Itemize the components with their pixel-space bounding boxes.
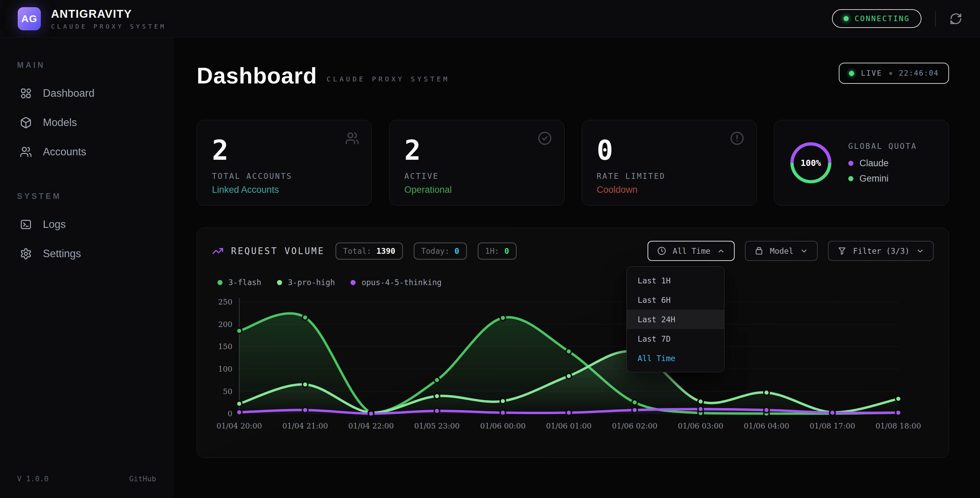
sidebar-item-dashboard[interactable]: Dashboard [12,79,161,108]
series-dot-icon [350,280,356,285]
alert-circle-icon [730,131,744,145]
stat-value: 2 [404,134,549,166]
svg-text:01/06 03:00: 01/06 03:00 [678,422,724,430]
svg-text:01/06 02:00: 01/06 02:00 [612,422,657,430]
legend-item-3-pro-high: 3-pro-high [277,278,335,287]
users-icon [20,146,32,158]
chevron-down-icon [800,247,808,255]
quota-legend-label: Claude [859,158,889,169]
svg-text:01/05 23:00: 01/05 23:00 [414,422,460,430]
chart-title: REQUEST VOLUME [231,246,325,256]
check-circle-icon [538,131,552,145]
refresh-icon [950,12,962,25]
live-dot-icon [849,71,854,76]
sidebar-section-main: MAIN [17,61,161,70]
svg-text:0: 0 [228,409,232,418]
legend-item-3-flash: 3-flash [218,278,261,287]
series-dot-icon [277,280,282,285]
chevron-down-icon [916,247,924,255]
sidebar-item-accounts[interactable]: Accounts [12,137,161,166]
legend-item-opus: opus-4-5-thinking [350,278,441,287]
dropdown-item-last-1h[interactable]: Last 1H [627,271,724,290]
filter-label: Filter (3/3) [853,247,910,255]
quota-ring: 100% [789,141,833,185]
filter-button[interactable]: Filter (3/3) [828,241,934,261]
stat-value: 2 [212,134,356,166]
svg-text:250: 250 [218,298,232,306]
status-dot-icon [843,16,849,21]
hour-badge: 1H: 0 [478,243,517,260]
stat-value: 0 [597,134,741,166]
dropdown-item-last-7d[interactable]: Last 7D [627,329,724,348]
refresh-button[interactable] [950,12,962,25]
sidebar-item-settings[interactable]: Settings [12,239,161,268]
today-badge: Today: 0 [414,243,467,260]
stat-sublabel: Operational [404,185,549,195]
badge-value: 0 [455,247,460,255]
volume-chart: 05010015020025001/04 20:0001/04 21:0001/… [212,294,934,435]
svg-text:01/08 17:00: 01/08 17:00 [810,422,855,430]
brand: AG ANTIGRAVITY CLAUDE PROXY SYSTEM [18,7,166,30]
sidebar: MAIN Dashboard Models [0,37,173,498]
total-badge: Total: 1390 [336,243,402,260]
trending-up-icon [212,245,224,257]
svg-text:200: 200 [218,320,232,329]
sidebar-item-models[interactable]: Models [12,108,161,137]
connection-status-badge: CONNECTING [832,9,921,28]
topbar: AG ANTIGRAVITY CLAUDE PROXY SYSTEM CONNE… [0,0,980,37]
stat-sublabel: Cooldown [597,185,741,195]
badge-label: Today: [421,247,450,255]
cube-icon [20,117,32,129]
stat-label: RATE LIMITED [597,172,741,180]
legend-label: opus-4-5-thinking [361,278,441,287]
sidebar-item-label: Accounts [43,146,86,158]
sidebar-section-system: SYSTEM [17,192,161,201]
users-icon [345,131,360,145]
sidebar-item-logs[interactable]: Logs [12,210,161,239]
app-logo: AG [18,7,41,30]
gear-icon [20,247,32,260]
sidebar-item-label: Settings [43,247,81,260]
live-clock: 22:46:04 [899,69,939,77]
grid-icon [20,87,32,99]
stat-card-total-accounts: 2 TOTAL ACCOUNTS Linked Accounts [197,120,372,206]
dropdown-item-last-6h[interactable]: Last 6H [627,290,724,310]
time-range-dropdown: Last 1H Last 6H Last 24H Last 7D All Tim… [627,267,724,372]
model-filter-label: Model [770,247,794,255]
quota-legend-claude: Claude [848,158,917,169]
separator-dot-icon [889,72,892,75]
app-subtitle: CLAUDE PROXY SYSTEM [51,23,166,30]
svg-text:01/04 22:00: 01/04 22:00 [348,422,394,430]
chevron-up-icon [717,247,725,255]
quota-title: GLOBAL QUOTA [848,142,917,150]
model-filter-button[interactable]: Model [745,241,818,261]
stat-label: ACTIVE [404,172,549,180]
svg-text:01/06 00:00: 01/06 00:00 [480,422,526,430]
chart-legend: 3-flash 3-pro-high opus-4-5-thinking [218,278,934,287]
svg-text:01/04 21:00: 01/04 21:00 [282,422,328,430]
connection-status-label: CONNECTING [855,14,910,23]
package-icon [754,246,764,255]
stat-card-rate-limited: 0 RATE LIMITED Cooldown [582,120,757,206]
time-range-label: All Time [673,247,711,255]
dropdown-item-last-24h[interactable]: Last 24H [627,310,724,329]
badge-value: 0 [504,247,509,255]
legend-label: 3-flash [228,278,261,287]
time-range-button[interactable]: All Time [648,241,735,261]
divider [935,11,936,26]
quota-percent: 100% [789,141,833,185]
sidebar-item-label: Models [43,117,77,129]
version-label: V 1.0.0 [17,474,49,483]
stat-card-active: 2 ACTIVE Operational [389,120,564,206]
series-dot-icon [218,280,223,285]
svg-text:01/06 01:00: 01/06 01:00 [546,422,592,430]
legend-label: 3-pro-high [288,278,335,287]
sidebar-item-label: Dashboard [43,87,95,99]
clock-icon [657,246,666,255]
github-link[interactable]: GitHub [129,474,156,483]
badge-label: Total: [343,247,371,255]
live-label: LIVE [861,69,882,77]
request-volume-card: REQUEST VOLUME Total: 1390 Today: 0 1H: … [197,228,949,458]
dropdown-item-all-time[interactable]: All Time [627,348,724,368]
gemini-dot-icon [848,176,853,181]
